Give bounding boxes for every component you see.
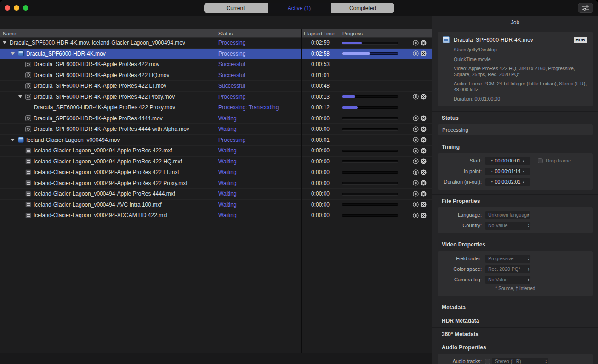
elapsed-time: 0:00:00	[301, 126, 340, 132]
audio-properties-box: Audio tracks:Stereo (L R)▴▾	[438, 354, 593, 364]
disclosure-triangle-icon[interactable]	[11, 139, 15, 141]
status-label: Waiting	[216, 190, 301, 197]
zoom-window-button[interactable]	[23, 5, 28, 11]
tab-current[interactable]: Current	[204, 3, 268, 13]
elapsed-time: 0:00:00	[301, 115, 340, 122]
pause-button[interactable]	[413, 40, 419, 46]
actions-cell	[405, 202, 432, 207]
tab-completed[interactable]: Completed	[331, 3, 394, 13]
job-name: Iceland-Glacier-Lagoon_v000494-Apple Pro…	[34, 169, 179, 175]
cancel-button[interactable]	[421, 94, 427, 100]
disclosure-triangle-icon[interactable]	[3, 41, 6, 44]
disclosure-triangle-icon[interactable]	[11, 52, 15, 55]
name-cell: Iceland-Glacier-Lagoon_v000494-Apple Pro…	[0, 147, 216, 154]
pause-button[interactable]	[413, 148, 419, 154]
job-name: Iceland-Glacier-Lagoon_v000494-XDCAM HD …	[34, 212, 167, 218]
window-controls	[5, 0, 28, 16]
compressor-window: CurrentActive (1)Completed Name Status E…	[0, 0, 598, 364]
pause-button[interactable]	[413, 137, 419, 143]
dropdown[interactable]: No Value▴▾	[485, 276, 530, 284]
progress-fill	[342, 106, 358, 109]
progress-fill	[342, 95, 355, 98]
field-row: Start:▾00:00:00:01▴Drop frame	[438, 156, 593, 166]
video-info: Video: Apple ProRes 422 HQ, 3840 x 2160,…	[454, 66, 587, 77]
pause-button[interactable]	[413, 158, 419, 164]
section-status[interactable]: Status	[432, 111, 598, 124]
cancel-button[interactable]	[421, 213, 427, 218]
dropdown[interactable]: Progressive▴▾	[485, 255, 530, 263]
pause-button[interactable]	[413, 213, 419, 218]
dropdown-arrows-icon: ▴▾	[528, 278, 529, 281]
section-timing[interactable]: Timing	[432, 140, 598, 153]
stepper-up-icon[interactable]: ▴	[523, 170, 524, 173]
status-label: Processing	[216, 137, 301, 143]
minimize-window-button[interactable]	[14, 5, 19, 11]
elapsed-time: 0:00:12	[301, 104, 340, 111]
tab-active-1[interactable]: Active (1)	[268, 3, 331, 13]
progress-bar	[342, 193, 398, 195]
pause-button[interactable]	[413, 126, 419, 132]
cancel-button[interactable]	[421, 158, 427, 164]
cancel-button[interactable]	[421, 50, 427, 56]
cancel-button[interactable]	[421, 148, 427, 154]
cancel-button[interactable]	[421, 180, 427, 186]
stepper-down-icon[interactable]: ▾	[491, 159, 493, 162]
close-window-button[interactable]	[5, 5, 10, 11]
stepper-up-icon[interactable]: ▴	[523, 180, 524, 183]
pause-button[interactable]	[413, 180, 419, 186]
enabled-checkbox[interactable]	[485, 359, 490, 364]
pause-button[interactable]	[413, 202, 419, 207]
cancel-button[interactable]	[421, 115, 427, 121]
timecode-field[interactable]: ▾00:00:02:01▴	[485, 178, 530, 186]
section-hdr-metadata[interactable]: HDR Metadata	[432, 314, 598, 327]
audio-info: Audio: Linear PCM, 24-bit Integer (Littl…	[454, 81, 587, 92]
pause-button[interactable]	[413, 169, 419, 175]
stepper-up-icon[interactable]: ▴	[523, 159, 524, 162]
dropdown[interactable]: Stereo (L R)▴▾	[492, 358, 548, 364]
column-divider	[301, 29, 302, 353]
dropdown[interactable]: Unknown language▴▾	[485, 211, 530, 219]
field-label: Audio tracks:	[438, 358, 485, 364]
section-file-properties[interactable]: File Properties	[432, 194, 598, 207]
drop-frame-checkbox[interactable]	[538, 158, 543, 163]
video-properties-box: Field order:Progressive▴▾Color space:Rec…	[438, 251, 593, 296]
section-audio-properties[interactable]: Audio Properties	[432, 341, 598, 354]
dropdown[interactable]: No Value▴▾	[485, 222, 530, 230]
cancel-button[interactable]	[421, 202, 427, 207]
pause-button[interactable]	[413, 94, 419, 100]
section-video-properties[interactable]: Video Properties	[432, 238, 598, 251]
timecode-field[interactable]: ▾00:00:00:01▴	[485, 157, 530, 165]
elapsed-time: 0:00:01	[301, 137, 340, 143]
timecode-field[interactable]: ▾00:00:01:14▴	[485, 168, 530, 175]
pause-button[interactable]	[413, 115, 419, 121]
pause-button[interactable]	[413, 191, 419, 197]
status-value: Processing	[438, 124, 593, 135]
job-name: Dracula_SPF6000-HDR-4K-Apple ProRes 4444…	[34, 126, 189, 132]
dropdown-value: No Value	[488, 223, 528, 228]
inspector-toggle-button[interactable]	[578, 3, 593, 13]
dropdown[interactable]: Rec. 2020 PQ*▴▾	[485, 265, 530, 273]
cancel-button[interactable]	[421, 40, 427, 46]
hdr-badge: HDR	[574, 37, 587, 43]
job-name: Dracula_SPF6000-HDR-4K-Apple ProRes 422 …	[34, 83, 166, 89]
progress-bar	[342, 52, 398, 55]
actions-cell	[405, 126, 432, 132]
name-cell: Iceland-Glacier-Lagoon_v000494-Apple Pro…	[0, 169, 216, 175]
field-label: Color space:	[438, 266, 485, 272]
section-metadata[interactable]: Metadata	[432, 301, 598, 314]
cancel-button[interactable]	[421, 191, 427, 197]
progress-cell	[340, 160, 405, 162]
stepper-down-icon[interactable]: ▾	[491, 180, 493, 183]
section-360-metadata[interactable]: 360° Metadata	[432, 327, 598, 341]
job-name: Iceland-Glacier-Lagoon_v000494-Apple Pro…	[34, 180, 188, 186]
cancel-button[interactable]	[421, 137, 427, 143]
progress-fill	[342, 52, 370, 55]
stepper-down-icon[interactable]: ▾	[491, 170, 493, 173]
pause-button[interactable]	[413, 50, 419, 56]
cancel-button[interactable]	[421, 126, 427, 132]
cancel-button[interactable]	[421, 169, 427, 175]
disclosure-triangle-icon[interactable]	[18, 95, 22, 98]
progress-bar	[342, 160, 398, 162]
job-name: Iceland-Glacier-Lagoon_v000494-Apple Pro…	[34, 190, 175, 197]
progress-bar	[342, 171, 398, 174]
